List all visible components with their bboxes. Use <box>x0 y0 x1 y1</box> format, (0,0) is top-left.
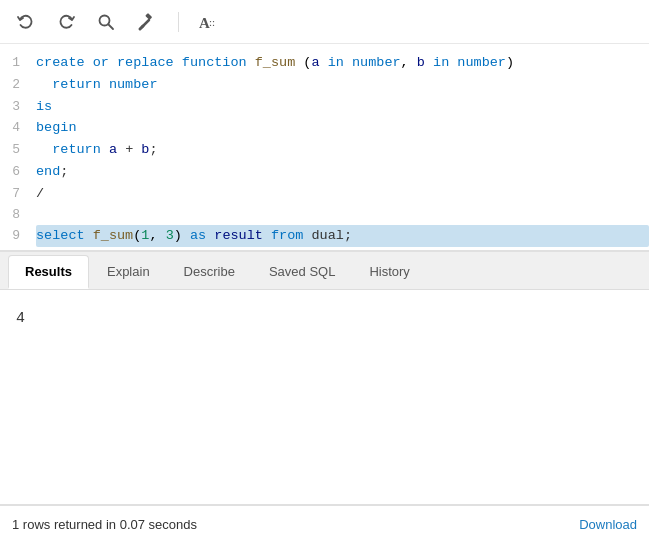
svg-line-1 <box>109 24 114 29</box>
result-value: 4 <box>16 302 633 335</box>
undo-button[interactable] <box>12 8 40 36</box>
code-line-8: 8 <box>0 205 649 226</box>
code-lines: 1 create or replace function f_sum (a in… <box>0 52 649 247</box>
line-number-7: 7 <box>0 184 36 205</box>
status-bar: 1 rows returned in 0.07 seconds Download <box>0 505 649 543</box>
build-button[interactable] <box>132 7 162 37</box>
search-button[interactable] <box>92 8 120 36</box>
code-editor[interactable]: 1 create or replace function f_sum (a in… <box>0 44 649 252</box>
download-link[interactable]: Download <box>579 517 637 532</box>
tab-results[interactable]: Results <box>8 255 89 289</box>
line-number-3: 3 <box>0 97 36 118</box>
tab-saved-sql[interactable]: Saved SQL <box>253 256 352 289</box>
line-content-1: create or replace function f_sum (a in n… <box>36 52 649 74</box>
toolbar-separator <box>178 12 179 32</box>
code-line-2: 2 return number <box>0 74 649 96</box>
code-line-3: 3 is <box>0 96 649 118</box>
line-number-9: 9 <box>0 226 36 247</box>
code-line-4: 4 begin <box>0 117 649 139</box>
tabs-bar: Results Explain Describe Saved SQL Histo… <box>0 252 649 290</box>
line-content-6: end; <box>36 161 649 183</box>
line-number-5: 5 <box>0 140 36 161</box>
tab-explain[interactable]: Explain <box>91 256 166 289</box>
redo-button[interactable] <box>52 8 80 36</box>
line-number-8: 8 <box>0 205 36 226</box>
line-content-7: / <box>36 183 649 205</box>
svg-text:::: :: <box>209 16 215 28</box>
code-line-7: 7 / <box>0 183 649 205</box>
code-line-5: 5 return a + b; <box>0 139 649 161</box>
toolbar: A :: <box>0 0 649 44</box>
line-number-2: 2 <box>0 75 36 96</box>
line-number-4: 4 <box>0 118 36 139</box>
code-line-6: 6 end; <box>0 161 649 183</box>
tab-history[interactable]: History <box>353 256 425 289</box>
status-text: 1 rows returned in 0.07 seconds <box>12 517 579 532</box>
code-line-1: 1 create or replace function f_sum (a in… <box>0 52 649 74</box>
code-line-9: 9 select f_sum(1, 3) as result from dual… <box>0 225 649 247</box>
tab-describe[interactable]: Describe <box>168 256 251 289</box>
line-content-3: is <box>36 96 649 118</box>
svg-line-4 <box>140 26 143 29</box>
line-content-5: return a + b; <box>36 139 649 161</box>
format-button[interactable]: A :: <box>195 9 225 35</box>
line-content-9: select f_sum(1, 3) as result from dual; <box>36 225 649 247</box>
line-content-2: return number <box>36 74 649 96</box>
line-content-4: begin <box>36 117 649 139</box>
line-number-1: 1 <box>0 53 36 74</box>
results-area: 4 <box>0 290 649 505</box>
line-number-6: 6 <box>0 162 36 183</box>
